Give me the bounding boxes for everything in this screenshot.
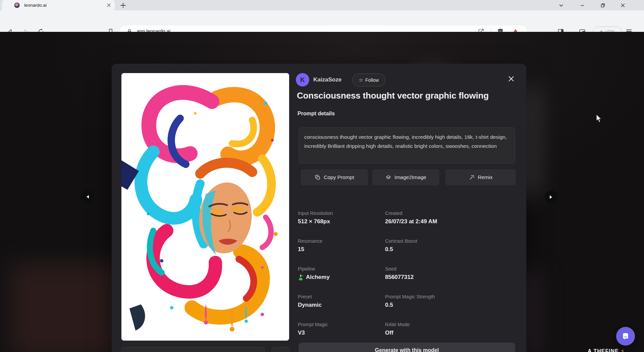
generated-image[interactable] <box>121 73 289 341</box>
generation-detail-modal: K KaizaSoze ☆ Follow Consciousness thoug… <box>112 64 526 352</box>
image-tool-button[interactable] <box>272 347 290 352</box>
prev-image-button[interactable] <box>81 190 94 203</box>
video-watermark: A THEFINE ⚡ <box>588 348 625 352</box>
detail-created: Created 26/07/23 at 2:49 AM <box>385 211 516 228</box>
alchemy-flask-icon <box>298 274 304 281</box>
new-tab-button[interactable] <box>119 2 127 9</box>
arrow-left-icon <box>86 195 89 199</box>
prompt-details-heading: Prompt details <box>298 111 335 117</box>
star-icon: ☆ <box>359 77 363 83</box>
favicon-leonardo-icon <box>14 2 20 8</box>
screen: leonardo.ai <box>0 0 644 352</box>
layers-icon <box>385 174 391 180</box>
browser-tab[interactable]: leonardo.ai <box>2 0 115 10</box>
remix-button[interactable]: Remix <box>445 169 516 185</box>
modal-close-button[interactable] <box>507 74 516 83</box>
copy-prompt-label: Copy Prompt <box>324 174 354 180</box>
copy-icon <box>315 174 321 180</box>
minimize-icon <box>580 3 585 8</box>
generate-with-model-button[interactable]: Generate with this model <box>299 343 515 352</box>
chat-support-button[interactable] <box>616 327 635 346</box>
close-icon <box>620 3 626 8</box>
chat-bubble-icon <box>621 332 630 341</box>
window-close-button[interactable] <box>618 1 628 9</box>
detail-preset: Preset Dynamic <box>298 294 385 311</box>
image2image-label: Image2Image <box>394 174 426 180</box>
detail-prompt-magic-strength: Prompt Magic Strength 0.5 <box>385 294 516 311</box>
generate-label: Generate with this model <box>375 347 439 352</box>
window-restore-button[interactable] <box>598 1 608 9</box>
prompt-text-box[interactable]: consciousness thought vector graphic flo… <box>299 127 515 164</box>
detail-resonance: Resonance 15 <box>298 238 385 255</box>
tab-close-icon[interactable] <box>106 2 112 8</box>
copy-prompt-button[interactable]: Copy Prompt <box>301 169 368 185</box>
tab-search-button[interactable] <box>556 1 566 9</box>
window-minimize-button[interactable] <box>577 1 587 9</box>
author-name[interactable]: KaizaSoze <box>313 76 341 83</box>
detail-contrast-boost: Contrast Boost 0.5 <box>385 238 516 255</box>
lightning-icon: ⚡ <box>621 348 625 352</box>
artwork-colorful-portrait <box>121 73 289 341</box>
restore-icon <box>600 3 605 8</box>
follow-label: Follow <box>365 77 379 83</box>
magic-wand-icon <box>469 174 475 180</box>
detail-prompt-magic: Prompt Magic V3 <box>298 322 385 339</box>
detail-seed: Seed 856077312 <box>385 266 516 283</box>
browser-toolbar: app.leonardo.ai <box>0 10 644 32</box>
pipeline-value: Alchemy <box>306 274 330 281</box>
next-image-button[interactable] <box>545 191 557 203</box>
follow-button[interactable]: ☆ Follow <box>352 73 385 86</box>
tab-title: leonardo.ai <box>24 3 47 8</box>
chevron-down-icon <box>558 3 564 8</box>
close-icon <box>508 75 515 82</box>
detail-raw-mode: RAW Mode Off <box>385 322 516 339</box>
detail-input-resolution: Input Resolution 512 × 768px <box>298 211 385 228</box>
avatar-initial: K <box>300 76 305 84</box>
image-prompt-strip[interactable] <box>121 347 265 352</box>
image2image-button[interactable]: Image2Image <box>372 169 439 185</box>
mouse-cursor <box>596 114 603 123</box>
generation-title: Consciousness thought vector graphic flo… <box>297 91 518 101</box>
arrow-right-icon <box>549 195 553 199</box>
tab-strip: leonardo.ai <box>0 0 644 10</box>
avatar[interactable]: K <box>296 73 309 86</box>
remix-label: Remix <box>478 174 493 180</box>
detail-pipeline: Pipeline Alchemy <box>298 266 385 283</box>
generation-details-grid: Input Resolution 512 × 768px Created 26/… <box>298 211 516 339</box>
